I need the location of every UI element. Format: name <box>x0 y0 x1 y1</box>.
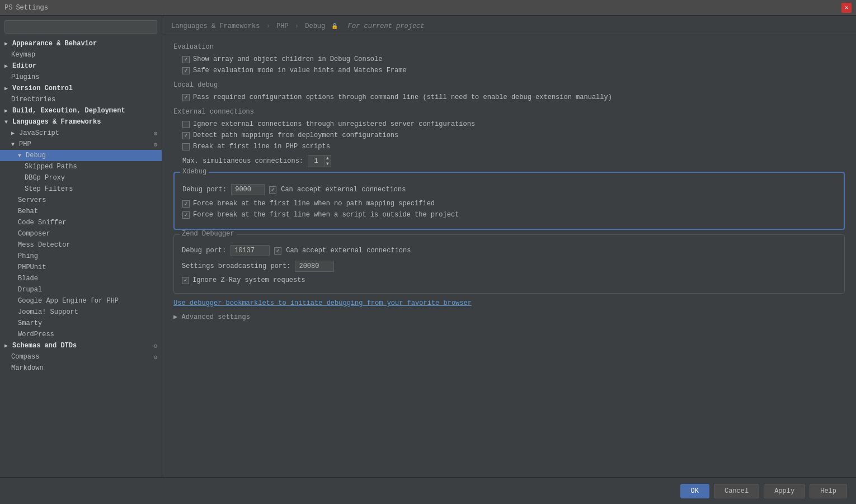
xdebug-can-accept-checkbox[interactable] <box>269 186 276 194</box>
sidebar-item-php[interactable]: ▼ PHP ⚙ <box>0 139 162 150</box>
sidebar-item-mess-detector[interactable]: Mess Detector <box>0 239 162 251</box>
sidebar-item-drupal[interactable]: Drupal <box>0 284 162 295</box>
debugger-bookmarklets-link[interactable]: Use debugger bookmarklets to initiate de… <box>173 299 845 307</box>
zend-broadcast-row: Settings broadcasting port: <box>182 261 836 272</box>
sidebar-item-editor[interactable]: ▶ Editor <box>0 60 162 72</box>
sidebar-item-label: Composer <box>18 230 50 238</box>
sidebar-item-compass[interactable]: Compass ⚙ <box>0 351 162 362</box>
external-connections-label: External connections <box>173 108 845 116</box>
sidebar-item-label: Build, Execution, Deployment <box>12 107 125 115</box>
help-button[interactable]: Help <box>810 484 847 498</box>
sidebar-item-label: Mess Detector <box>18 241 70 249</box>
sidebar-item-label: Keymap <box>11 51 35 59</box>
sidebar-item-servers[interactable]: Servers <box>0 195 162 206</box>
sidebar-item-composer[interactable]: Composer <box>0 228 162 239</box>
max-connections-stepper[interactable]: ▲ ▼ <box>308 155 331 167</box>
sidebar-item-markdown[interactable]: Markdown <box>0 362 162 374</box>
safe-eval-row: Safe evaluation mode in value hints and … <box>182 67 845 74</box>
sidebar-item-directories[interactable]: Directories <box>0 94 162 105</box>
zend-debug-port-label: Debug port: <box>182 247 226 255</box>
show-array-checkbox[interactable] <box>182 56 190 63</box>
sidebar-item-label: Markdown <box>11 364 44 372</box>
break-first-row: Break at first line in PHP scripts <box>182 143 845 150</box>
zend-ignore-zray-checkbox[interactable] <box>182 277 189 284</box>
break-first-checkbox[interactable] <box>182 143 190 150</box>
sidebar-item-appearance[interactable]: ▶ Appearance & Behavior <box>0 38 162 49</box>
sidebar-item-label: Joomla! Support <box>18 308 78 316</box>
ok-button[interactable]: OK <box>680 484 709 498</box>
safe-eval-label: Safe evaluation mode in value hints and … <box>193 67 407 74</box>
evaluation-section-label: Evaluation <box>173 43 845 51</box>
zend-broadcast-label: Settings broadcasting port: <box>182 262 290 270</box>
safe-eval-checkbox[interactable] <box>182 67 190 74</box>
ignore-external-checkbox[interactable] <box>182 121 190 128</box>
advanced-settings-label: ▶ Advanced settings <box>173 313 250 321</box>
sidebar-item-google-app-engine[interactable]: Google App Engine for PHP <box>0 295 162 307</box>
xdebug-debug-port-row: Debug port: Can accept external connecti… <box>182 184 836 195</box>
sidebar-item-joomla[interactable]: Joomla! Support <box>0 307 162 318</box>
breadcrumb-part3: Debug <box>305 22 325 30</box>
sidebar-item-skipped-paths[interactable]: Skipped Paths <box>0 161 162 172</box>
sidebar: ▶ Appearance & Behavior Keymap ▶ Editor … <box>0 16 162 477</box>
zend-debug-port-input[interactable] <box>231 245 270 256</box>
stepper-up[interactable]: ▲ <box>324 156 331 161</box>
sidebar-item-step-filters[interactable]: Step Filters <box>0 183 162 195</box>
sidebar-item-javascript[interactable]: ▶ JavaScript ⚙ <box>0 128 162 139</box>
sidebar-item-behat[interactable]: Behat <box>0 206 162 217</box>
breadcrumb-note: For current project <box>348 22 425 30</box>
breadcrumb-part2: PHP <box>276 22 289 30</box>
xdebug-force-break1-label: Force break at the first line when no pa… <box>193 200 435 208</box>
zend-can-accept-checkbox[interactable] <box>274 247 281 255</box>
sidebar-item-phpunit[interactable]: PHPUnit <box>0 262 162 273</box>
sidebar-item-label: Servers <box>18 196 46 204</box>
apply-button[interactable]: Apply <box>764 484 805 498</box>
sidebar-item-code-sniffer[interactable]: Code Sniffer <box>0 217 162 228</box>
ignore-external-label: Ignore external connections through unre… <box>193 120 475 128</box>
sidebar-item-label: Smarty <box>18 319 42 327</box>
sidebar-item-label: DBGp Proxy <box>25 174 65 182</box>
sidebar-item-languages[interactable]: ▼ Languages & Frameworks <box>0 116 162 128</box>
arrow-icon: ▶ <box>4 40 10 47</box>
sidebar-item-label: Plugins <box>11 73 39 81</box>
zend-ignore-zray-row: Ignore Z-Ray system requests <box>182 276 836 284</box>
sidebar-item-phing[interactable]: Phing <box>0 251 162 262</box>
xdebug-debug-port-input[interactable] <box>231 184 265 195</box>
breadcrumb-icon: 🔒 <box>331 23 338 30</box>
pass-required-row: Pass required configuration options thro… <box>182 93 845 101</box>
search-input[interactable] <box>4 20 157 34</box>
sidebar-item-plugins[interactable]: Plugins <box>0 72 162 83</box>
advanced-settings-row[interactable]: ▶ Advanced settings <box>173 313 845 321</box>
zend-broadcast-port-input[interactable] <box>295 261 334 272</box>
sidebar-item-label: PHP <box>19 140 31 148</box>
sidebar-item-build[interactable]: ▶ Build, Execution, Deployment <box>0 105 162 116</box>
sidebar-item-smarty[interactable]: Smarty <box>0 318 162 329</box>
sidebar-item-label: Schemas and DTDs <box>12 342 77 350</box>
xdebug-can-accept-label: Can accept external connections <box>281 186 406 194</box>
sidebar-item-keymap[interactable]: Keymap <box>0 49 162 60</box>
sidebar-item-version-control[interactable]: ▶ Version Control <box>0 83 162 94</box>
content-inner: Evaluation Show array and object childre… <box>162 35 856 329</box>
sidebar-item-debug[interactable]: ▼ Debug <box>0 150 162 161</box>
max-connections-input[interactable] <box>308 157 324 165</box>
sidebar-item-dbgp-proxy[interactable]: DBGp Proxy <box>0 172 162 183</box>
zend-ignore-zray-label: Ignore Z-Ray system requests <box>192 276 305 284</box>
arrow-icon: ▼ <box>4 119 10 125</box>
xdebug-debug-port-label: Debug port: <box>182 186 227 194</box>
sidebar-item-blade[interactable]: Blade <box>0 273 162 284</box>
sidebar-item-label: Directories <box>11 96 55 103</box>
detect-path-checkbox[interactable] <box>182 132 190 139</box>
sidebar-item-label: Editor <box>12 62 36 70</box>
cancel-button[interactable]: Cancel <box>714 484 759 498</box>
stepper-down[interactable]: ▼ <box>324 161 331 167</box>
sidebar-item-schemas-dtds[interactable]: ▶ Schemas and DTDs ⚙ <box>0 340 162 351</box>
arrow-icon: ▼ <box>18 153 23 159</box>
local-debug-section-label: Local debug <box>173 81 845 89</box>
sidebar-item-wordpress[interactable]: WordPress <box>0 329 162 340</box>
xdebug-force-break1-checkbox[interactable] <box>182 200 190 208</box>
pass-required-checkbox[interactable] <box>182 94 190 101</box>
max-connections-label: Max. simultaneous connections: <box>182 157 303 165</box>
close-button[interactable]: ✕ <box>841 3 852 13</box>
xdebug-force-break2-checkbox[interactable] <box>182 211 190 219</box>
title-bar: PS Settings ✕ <box>0 0 856 16</box>
zend-debug-port-row: Debug port: Can accept external connecti… <box>182 245 836 256</box>
